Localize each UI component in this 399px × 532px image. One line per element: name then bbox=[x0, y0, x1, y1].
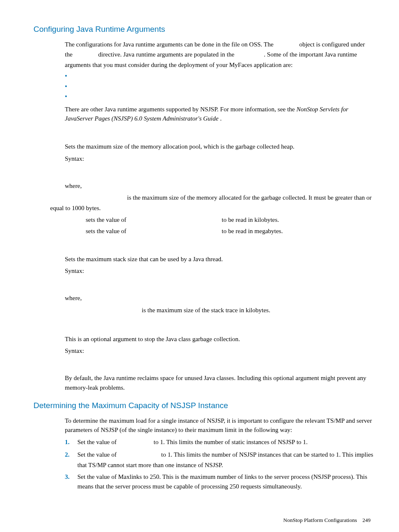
where-label: where, bbox=[25, 293, 374, 303]
code-placeholder: <size in mega bytes> bbox=[50, 195, 125, 202]
syntax-label: Syntax: bbox=[25, 346, 374, 356]
footer-text: NonStop Platform Configurations bbox=[283, 517, 357, 523]
code-placeholder: Arglist bbox=[236, 51, 262, 59]
text: There are other Java runtime arguments s… bbox=[65, 106, 297, 113]
text: Set the value of bbox=[77, 439, 118, 445]
step-1: 1. Set the value of Numstatic to 1. This… bbox=[65, 437, 374, 448]
capacity-steps: 1. Set the value of Numstatic to 1. This… bbox=[25, 437, 374, 491]
section-heading-capacity: Determining the Maximum Capacity of NSJS… bbox=[25, 400, 374, 412]
step-2: 2. Set the value of Maxservers. to 1. Th… bbox=[65, 450, 374, 470]
text: directive. Java runtime arguments are po… bbox=[98, 51, 236, 58]
code-placeholder: <size in bytes> bbox=[157, 226, 222, 236]
code-placeholder: iTP_Se bbox=[74, 51, 97, 59]
text: is the maximum size of the stack trace i… bbox=[142, 307, 270, 314]
syntax-label: Syntax: bbox=[25, 154, 374, 164]
paragraph-intro: The configurations for Java runtime argu… bbox=[25, 40, 374, 70]
text: to be read in megabytes. bbox=[222, 226, 374, 236]
text: sets the value of bbox=[86, 226, 157, 236]
text: is the maximum size of the memory alloca… bbox=[127, 194, 307, 201]
text: Set the value of Maxlinks to 250. This i… bbox=[77, 473, 367, 490]
code-placeholder: Numstatic bbox=[118, 439, 152, 446]
subheading-xmx: -Xmx bbox=[25, 130, 374, 140]
page-footer: NonStop Platform Configurations 249 bbox=[25, 516, 374, 524]
code-key: m bbox=[73, 226, 86, 236]
xmx-description: Sets the maximum size of the memory allo… bbox=[25, 142, 374, 152]
capacity-intro: To determine the maximum load for a sing… bbox=[25, 416, 374, 435]
code-placeholder: Server bbox=[275, 41, 298, 49]
text: sets the value of bbox=[86, 215, 157, 225]
syntax-code: -Xnoclassgc bbox=[25, 358, 374, 368]
list-item: -Xmx bbox=[65, 72, 374, 82]
jre-args-list: -Xmx -Xss -Xnoclassgc bbox=[25, 72, 374, 102]
list-item: -Xss bbox=[65, 82, 374, 92]
text: to 1. This limits the number of static i… bbox=[153, 439, 307, 445]
xmx-where-desc: <size in mega bytes> is the maximum size… bbox=[25, 193, 374, 213]
xnoclassgc-para: By default, the Java runtime reclaims sp… bbox=[25, 373, 374, 392]
step-number: 3. bbox=[65, 472, 69, 482]
section-heading-configuring: Configuring Java Runtime Arguments bbox=[25, 23, 374, 36]
paragraph-more-info: There are other Java runtime arguments s… bbox=[25, 105, 374, 123]
subheading-xnoclassgc: -Xnoclassgc bbox=[25, 322, 374, 332]
list-item: -Xnoclassgc bbox=[65, 93, 374, 102]
step-3: 3. Set the value of Maxlinks to 250. Thi… bbox=[65, 472, 374, 491]
text: Set the value of bbox=[77, 451, 118, 458]
step-number: 1. bbox=[65, 437, 69, 447]
step-number: 2. bbox=[65, 450, 69, 460]
syntax-code: -Xmx<size in mega bytes>[k|m] bbox=[25, 166, 374, 175]
xss-description: Sets the maximum stack size that can be … bbox=[25, 254, 374, 264]
code-placeholder: <size in kilo bytes> bbox=[65, 307, 140, 314]
xnoclassgc-description: This is an optional argument to stop the… bbox=[25, 334, 374, 344]
code-key: k bbox=[73, 215, 86, 225]
xss-where-desc: <size in kilo bytes> is the maximum size… bbox=[25, 306, 374, 316]
xmx-k-row: k sets the value of <size in bytes> to b… bbox=[25, 215, 374, 225]
page-number: 249 bbox=[363, 517, 371, 523]
where-label: where, bbox=[25, 181, 374, 191]
syntax-code: -Xss<size in kilo bytes>k bbox=[25, 278, 374, 288]
code-placeholder: Maxservers. bbox=[118, 452, 159, 459]
syntax-label: Syntax: bbox=[25, 266, 374, 276]
text: to be read in kilobytes. bbox=[222, 215, 374, 225]
text: file on OSS. The bbox=[231, 41, 275, 48]
text: The configurations for Java runtime argu… bbox=[65, 41, 231, 48]
xmx-m-row: m sets the value of <size in bytes> to b… bbox=[25, 226, 374, 236]
text: . bbox=[220, 115, 222, 122]
subheading-xss: -Xss bbox=[25, 242, 374, 252]
code-placeholder: <size in bytes> bbox=[157, 215, 222, 225]
